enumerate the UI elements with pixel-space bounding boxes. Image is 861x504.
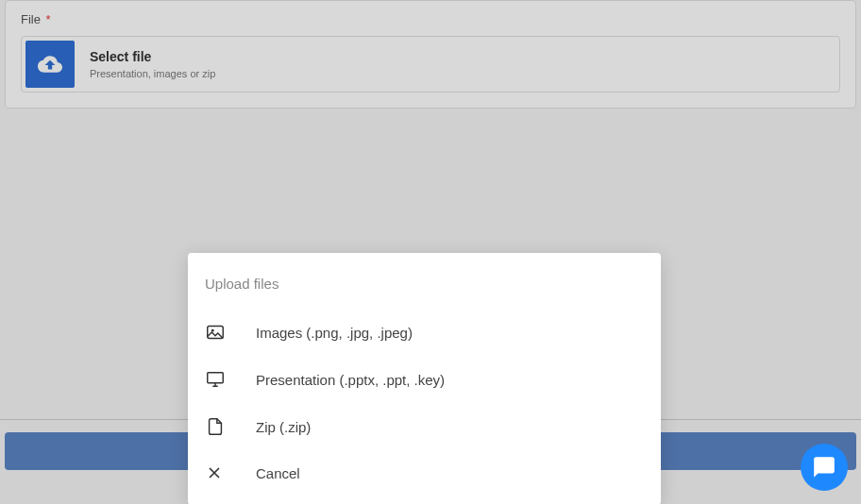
- upload-option-presentation[interactable]: Presentation (.pptx, .ppt, .key): [188, 356, 661, 403]
- upload-option-label: Images (.png, .jpg, .jpeg): [256, 325, 413, 341]
- upload-option-label: Presentation (.pptx, .ppt, .key): [256, 372, 445, 388]
- chat-widget-button[interactable]: [801, 444, 848, 491]
- upload-option-cancel[interactable]: Cancel: [188, 450, 661, 496]
- close-icon: [205, 463, 231, 482]
- svg-rect-2: [208, 373, 224, 383]
- upload-files-popup: Upload files Images (.png, .jpg, .jpeg) …: [188, 253, 661, 504]
- upload-option-label: Zip (.zip): [256, 419, 311, 435]
- presentation-icon: [205, 369, 231, 390]
- file-icon: [205, 416, 231, 437]
- popup-title: Upload files: [188, 276, 661, 309]
- upload-option-zip[interactable]: Zip (.zip): [188, 403, 661, 450]
- upload-option-images[interactable]: Images (.png, .jpg, .jpeg): [188, 309, 661, 356]
- image-icon: [205, 322, 231, 343]
- upload-option-label: Cancel: [256, 465, 300, 481]
